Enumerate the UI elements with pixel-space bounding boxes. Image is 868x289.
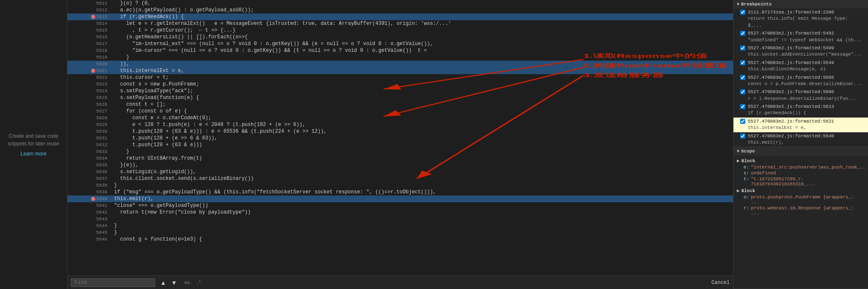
breakpoint-item[interactable]: 5527.470083e2.js:formatted:5640this.emit… bbox=[733, 132, 868, 147]
line-content: s.setPayloadType("ack"); bbox=[112, 88, 733, 94]
line-number: 5634 bbox=[67, 155, 112, 162]
line-content: } bbox=[112, 54, 733, 61]
line-content: t.push(128 + (e >> 6 & 63)), bbox=[112, 135, 733, 142]
learn-more-link[interactable]: Learn more bbox=[21, 151, 46, 157]
match-case-button[interactable]: Aa bbox=[182, 279, 192, 286]
line-number: 5633 bbox=[67, 148, 112, 155]
line-content bbox=[112, 216, 733, 222]
line-number: 5644 bbox=[67, 222, 112, 229]
line-content: "close" === o.getPayloadType()) bbox=[112, 202, 733, 209]
line-content: }(o) ? (0, bbox=[112, 0, 733, 7]
line-content: } bbox=[112, 182, 733, 189]
scope-key: o: bbox=[744, 195, 749, 205]
breakpoint-checkbox[interactable] bbox=[740, 104, 745, 109]
breakpoints-section: ▼ Breakpoints 2111.871731ea.js:formatted… bbox=[733, 0, 868, 147]
breakpoint-item[interactable]: 5527.470083e2.js:formatted:5613if (r.get… bbox=[733, 103, 868, 118]
scope-header[interactable]: ▼ Scope bbox=[733, 147, 868, 155]
scope-value: proto.webcast.im.Response {wrappers_: ..… bbox=[751, 206, 865, 216]
line-number: 5638 bbox=[67, 182, 112, 189]
scope-block-arrow: ▶ bbox=[737, 158, 740, 163]
breakpoint-text: 5527.470083e2.js:formatted:5621this.inte… bbox=[748, 118, 834, 131]
scope-key: e: bbox=[744, 165, 749, 170]
line-number: 5643 bbox=[67, 216, 112, 222]
line-number: 5637 bbox=[67, 175, 112, 182]
find-options: Aa .* bbox=[182, 279, 203, 286]
line-content: } bbox=[112, 229, 733, 236]
line-number: 5619 bbox=[67, 54, 112, 61]
line-number: 5636 bbox=[67, 169, 112, 175]
line-number: 5621 bbox=[67, 67, 112, 74]
breakpoint-checkbox[interactable] bbox=[740, 89, 745, 94]
line-number: 5626 bbox=[67, 101, 112, 108]
code-scroll[interactable]: 5611 }(o) ? (0,5612 a.ec)(o.getPayload()… bbox=[67, 0, 733, 276]
line-number: 5620 bbox=[67, 61, 112, 67]
line-content: this.cursor = t; bbox=[112, 74, 733, 81]
line-content: e < 128 ? t.push(e) : e < 2048 ? (t.push… bbox=[112, 121, 733, 128]
line-content: , t = r.getCursor(); ← t => {...} bbox=[112, 27, 733, 34]
line-number: 5630 bbox=[67, 128, 112, 135]
breakpoint-item[interactable]: 5527.470083e2.js:formatted:5621this.inte… bbox=[733, 118, 868, 132]
breakpoint-text: 5527.470083e2.js:formatted:5605const o =… bbox=[748, 75, 862, 88]
scope-value: "t-1672159517209_r-7181870439210165319_.… bbox=[751, 177, 865, 187]
breakpoint-checkbox[interactable] bbox=[740, 45, 745, 51]
scope-variable-2: o: proto.pushproto.PushFrame {wrappers_:… bbox=[733, 194, 868, 205]
line-number: 5614 bbox=[67, 20, 112, 27]
breakpoint-item[interactable]: 5527.470083e2.js:formatted:5499this.sock… bbox=[733, 44, 868, 59]
line-content: } bbox=[112, 148, 733, 155]
line-content: const g = function(e=1e3) { bbox=[112, 236, 733, 243]
breakpoint-checkbox[interactable] bbox=[740, 60, 745, 65]
breakpoint-checkbox[interactable] bbox=[740, 134, 745, 139]
scope-value: undefined bbox=[751, 171, 776, 176]
line-content: s.setLogid(o.getLogid()), bbox=[112, 169, 733, 175]
breakpoints-arrow: ▼ bbox=[737, 2, 739, 7]
line-number: 5628 bbox=[67, 115, 112, 121]
line-number: 5623 bbox=[67, 81, 112, 88]
line-content: const s = new p.PushFrame; bbox=[112, 81, 733, 88]
line-content: if ("msg" === o.getPayloadType() && (thi… bbox=[112, 189, 733, 195]
line-content: return t(new Error("close by payloadtype… bbox=[112, 209, 733, 216]
line-number: 5627 bbox=[67, 108, 112, 115]
line-content: "im-internal_ext" === (null == o ? void … bbox=[112, 40, 733, 47]
breakpoint-checkbox[interactable] bbox=[740, 10, 745, 15]
breakpoint-text: 5527.470083e2.js:formatted:5492"undefine… bbox=[748, 30, 862, 43]
breakpoint-checkbox[interactable] bbox=[740, 119, 745, 124]
breakpoint-item[interactable]: 5527.470083e2.js:formatted:5492"undefine… bbox=[733, 29, 868, 44]
line-content: } bbox=[112, 222, 733, 229]
code-area: 5611 }(o) ? (0,5612 a.ec)(o.getPayload()… bbox=[67, 0, 733, 289]
breakpoint-item[interactable]: 5527.470083e2.js:formatted:5605const o =… bbox=[733, 74, 868, 88]
line-number: 5612 bbox=[67, 7, 112, 13]
find-next-button[interactable]: ▼ bbox=[170, 278, 179, 287]
scope-block-header[interactable]: ▶ Block bbox=[733, 157, 868, 164]
scope-value: proto.pushproto.PushFrame {wrappers_: ..… bbox=[751, 195, 865, 205]
line-number: 5611 bbox=[67, 0, 112, 7]
breakpoints-header[interactable]: ▼ Breakpoints bbox=[733, 0, 868, 8]
scope-key: r: bbox=[744, 206, 749, 216]
breakpoint-item[interactable]: 5527.470083e2.js:formatted:5606r = i.Res… bbox=[733, 88, 868, 103]
line-content: this.internalExt = e, bbox=[112, 67, 733, 74]
line-content: return UInt8Array.from(t) bbox=[112, 155, 733, 162]
find-cancel-button[interactable]: Cancel bbox=[712, 280, 730, 286]
breakpoint-text: 5527.470083e2.js:formatted:5499this.sock… bbox=[748, 45, 862, 58]
breakpoint-checkbox[interactable] bbox=[740, 31, 745, 36]
line-content: t.push(128 + (63 & e))) : e < 65536 && (… bbox=[112, 128, 733, 135]
regex-button[interactable]: .* bbox=[194, 279, 203, 286]
breakpoint-checkbox[interactable] bbox=[740, 75, 745, 80]
line-number: 5631 bbox=[67, 135, 112, 142]
breakpoint-text: 5527.470083e2.js:formatted:5606r = i.Res… bbox=[748, 89, 856, 102]
breakpoint-item[interactable]: 2111.871731ea.js:formatted:2306return th… bbox=[733, 8, 868, 29]
find-prev-button[interactable]: ▲ bbox=[159, 278, 168, 287]
line-content: a.ec)(o.getPayload() : o.getPayload_asU8… bbox=[112, 7, 733, 13]
scope-block-header-2[interactable]: ▶ Block bbox=[733, 187, 868, 194]
scope-block-label-2: Block bbox=[741, 188, 755, 193]
breakpoint-text: 5527.470083e2.js:formatted:5640this.emit… bbox=[748, 133, 834, 146]
find-nav-buttons: ▲ ▼ bbox=[159, 278, 179, 287]
line-number: 5616 bbox=[67, 34, 112, 40]
find-input[interactable] bbox=[71, 278, 155, 287]
line-number: 5646 bbox=[67, 236, 112, 243]
scope-value: "internal_src:pushserver|wss_push_room_.… bbox=[751, 165, 868, 170]
line-content: }(e)), bbox=[112, 162, 733, 169]
breakpoint-indicator bbox=[91, 15, 95, 19]
breakpoint-indicator bbox=[91, 197, 95, 201]
breakpoint-item[interactable]: 5527.470083e2.js:formatted:5549this.bind… bbox=[733, 59, 868, 74]
scope-block-label: Block bbox=[741, 158, 755, 163]
